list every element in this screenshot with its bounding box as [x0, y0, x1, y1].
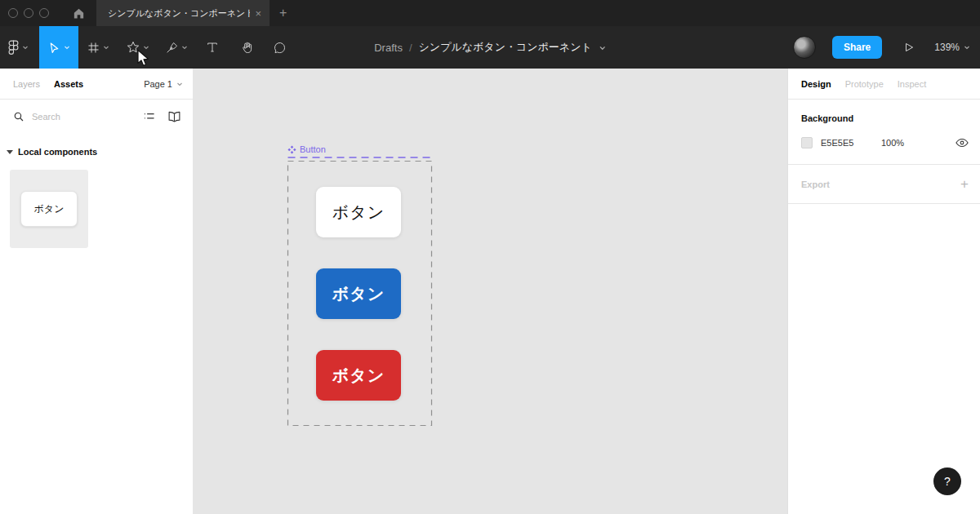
- component-name-label[interactable]: Button: [287, 144, 326, 154]
- tab-layers[interactable]: Layers: [13, 79, 40, 89]
- chevron-down-icon: [64, 44, 70, 51]
- search-placeholder: Search: [32, 112, 60, 122]
- breadcrumb-separator: /: [409, 42, 412, 54]
- text-icon: [206, 41, 219, 54]
- chevron-down-icon: [964, 44, 970, 51]
- home-icon[interactable]: [69, 3, 88, 23]
- frame-tool-button[interactable]: [78, 26, 118, 69]
- visibility-toggle[interactable]: [956, 138, 969, 148]
- background-section-title: Background: [801, 113, 969, 123]
- canvas-button-red[interactable]: ボタン: [316, 350, 401, 401]
- component-thumbnail[interactable]: ボタン: [10, 170, 88, 248]
- export-section: Export +: [788, 165, 980, 204]
- figma-window: シンプルなボタン・コンポーネント × +: [0, 0, 980, 514]
- export-section-title: Export: [801, 179, 830, 189]
- figma-logo-icon: [7, 39, 20, 55]
- avatar[interactable]: [793, 36, 816, 59]
- disclosure-triangle-icon: [7, 150, 13, 154]
- maximize-window-button[interactable]: [39, 8, 49, 18]
- component-icon: [287, 145, 296, 154]
- page-selector-label: Page 1: [144, 79, 172, 89]
- zoom-level: 139%: [934, 42, 960, 53]
- canvas-button-blue[interactable]: ボタン: [316, 268, 401, 319]
- present-button[interactable]: [903, 42, 915, 53]
- chevron-down-icon: [181, 44, 188, 51]
- page-selector[interactable]: Page 1: [144, 79, 183, 89]
- star-icon: [126, 40, 140, 55]
- local-components-header[interactable]: Local components: [0, 133, 193, 157]
- left-panel-tabs: Layers Assets Page 1: [0, 69, 193, 100]
- chevron-down-icon: [22, 44, 29, 51]
- move-cursor-icon: [47, 41, 61, 55]
- eye-icon: [956, 138, 969, 148]
- background-section: Background E5E5E5 100%: [788, 100, 980, 165]
- tab-prototype[interactable]: Prototype: [845, 79, 884, 89]
- close-window-button[interactable]: [8, 8, 18, 18]
- section-title: Local components: [18, 147, 97, 157]
- tab-design[interactable]: Design: [801, 79, 831, 89]
- right-sidebar: Design Prototype Inspect Background E5E5…: [787, 69, 980, 514]
- breadcrumb: Drafts / シンプルなボタン・コンポーネント: [374, 26, 606, 69]
- minimize-window-button[interactable]: [24, 8, 33, 18]
- move-tool-button[interactable]: [39, 26, 78, 69]
- component-name-text: Button: [300, 144, 326, 154]
- breadcrumb-file-title[interactable]: シンプルなボタン・コンポーネント: [419, 40, 592, 55]
- frame-icon: [87, 41, 100, 55]
- add-export-icon[interactable]: +: [960, 176, 969, 193]
- left-sidebar: Layers Assets Page 1 Search Local compon…: [0, 69, 193, 514]
- library-book-icon[interactable]: [167, 110, 181, 122]
- tab-inspect[interactable]: Inspect: [898, 79, 926, 89]
- share-button[interactable]: Share: [832, 36, 882, 59]
- canvas-button-white[interactable]: ボタン: [316, 187, 401, 237]
- component-thumbnail-button: ボタン: [20, 191, 78, 227]
- new-tab-button[interactable]: +: [279, 6, 287, 20]
- comment-icon: [273, 41, 287, 55]
- main-menu-button[interactable]: [0, 26, 36, 69]
- hand-tool-button[interactable]: [230, 26, 263, 69]
- toolbar: Drafts / シンプルなボタン・コンポーネント Share 139%: [0, 26, 980, 69]
- close-tab-icon[interactable]: ×: [255, 7, 261, 20]
- chevron-down-icon: [103, 44, 109, 51]
- chevron-down-icon[interactable]: [599, 44, 606, 51]
- shape-tool-button[interactable]: [118, 26, 157, 69]
- text-tool-button[interactable]: [196, 26, 229, 69]
- breadcrumb-drafts[interactable]: Drafts: [374, 42, 403, 54]
- file-tab-title: シンプルなボタン・コンポーネント: [108, 7, 250, 20]
- pen-icon: [165, 41, 179, 55]
- search-icon: [13, 111, 24, 122]
- chevron-down-icon: [143, 44, 149, 51]
- hand-icon: [240, 41, 254, 55]
- toolbar-right: Share 139%: [793, 26, 970, 69]
- comment-tool-button[interactable]: [263, 26, 296, 69]
- color-opacity-value[interactable]: 100%: [881, 138, 904, 148]
- assets-search[interactable]: Search: [0, 100, 193, 133]
- tab-assets[interactable]: Assets: [54, 79, 83, 89]
- chevron-down-icon: [176, 81, 183, 87]
- play-icon: [903, 42, 915, 53]
- color-swatch[interactable]: [801, 137, 813, 148]
- canvas[interactable]: Button ボタン ボタン ボタン: [193, 69, 787, 514]
- color-hex-value[interactable]: E5E5E5: [821, 138, 863, 148]
- right-panel-tabs: Design Prototype Inspect: [788, 69, 980, 100]
- tab-bar: シンプルなボタン・コンポーネント × +: [0, 0, 980, 26]
- file-tab[interactable]: シンプルなボタン・コンポーネント ×: [96, 0, 270, 26]
- window-controls: [8, 8, 49, 18]
- pen-tool-button[interactable]: [157, 26, 196, 69]
- list-view-icon[interactable]: [143, 110, 155, 122]
- background-color-row: E5E5E5 100%: [801, 137, 969, 148]
- zoom-menu[interactable]: 139%: [934, 42, 970, 53]
- help-button[interactable]: ?: [933, 467, 961, 495]
